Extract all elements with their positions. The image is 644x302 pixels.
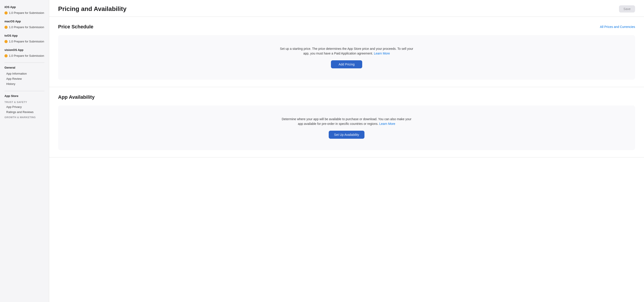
visionos-status-dot — [4, 54, 8, 58]
sidebar-link-ratings-reviews[interactable]: Ratings and Reviews — [4, 110, 45, 114]
all-prices-currencies-link[interactable]: All Prices and Currencies — [600, 25, 635, 28]
save-button[interactable]: Save — [619, 5, 635, 12]
sidebar-tvos-submission[interactable]: 1.0 Prepare for Submission — [4, 39, 45, 44]
page-title: Pricing and Availability — [58, 5, 126, 12]
sidebar-general-title: General — [4, 66, 45, 69]
sidebar-section-tvos: tvOS App 1.0 Prepare for Submission — [4, 34, 45, 44]
set-up-availability-button[interactable]: Set Up Availability — [329, 131, 364, 139]
ios-status-dot — [4, 12, 8, 14]
app-availability-learn-more[interactable]: Learn More — [379, 122, 395, 126]
visionos-submission-label: 1.0 Prepare for Submission — [9, 54, 44, 58]
main-content: Pricing and Availability Save Price Sche… — [49, 0, 644, 302]
price-schedule-learn-more[interactable]: Learn More — [374, 52, 390, 55]
sidebar-section-visionos: visionOS App 1.0 Prepare for Submission — [4, 48, 45, 58]
sidebar-section-macos: macOS App 1.0 Prepare for Submission — [4, 20, 45, 30]
sidebar-divider-2 — [4, 91, 44, 91]
app-availability-title: App Availability — [58, 94, 94, 100]
tvos-status-dot — [4, 40, 8, 43]
macos-submission-label: 1.0 Prepare for Submission — [9, 26, 44, 29]
price-schedule-body: Set up a starting price. The price deter… — [58, 35, 635, 80]
sidebar-app-store-title: App Store — [4, 94, 45, 98]
app-availability-section: App Availability Determine where your ap… — [49, 87, 644, 158]
sidebar-link-app-information[interactable]: App Information — [4, 71, 45, 76]
price-schedule-title: Price Schedule — [58, 24, 94, 30]
sidebar-visionos-title: visionOS App — [4, 48, 45, 52]
sidebar-section-ios: iOS App 1.0 Prepare for Submission — [4, 5, 45, 15]
app-availability-description: Determine where your app will be availab… — [280, 117, 414, 126]
sidebar-link-history[interactable]: History — [4, 81, 45, 86]
sidebar-ios-submission[interactable]: 1.0 Prepare for Submission — [4, 10, 45, 15]
sidebar-macos-submission[interactable]: 1.0 Prepare for Submission — [4, 25, 45, 30]
price-schedule-header: Price Schedule All Prices and Currencies — [58, 24, 635, 30]
macos-status-dot — [4, 26, 8, 29]
add-pricing-button[interactable]: Add Pricing — [331, 60, 362, 68]
app-availability-header: App Availability — [58, 94, 635, 100]
sidebar-link-app-privacy[interactable]: App Privacy — [4, 104, 45, 110]
sidebar-group-growth-marketing: GROWTH & MARKETING — [4, 114, 45, 120]
price-schedule-description: Set up a starting price. The price deter… — [280, 46, 414, 56]
sidebar-visionos-submission[interactable]: 1.0 Prepare for Submission — [4, 54, 45, 58]
sidebar-group-trust-safety: TRUST & SAFETY — [4, 100, 45, 104]
sidebar-divider-1 — [4, 62, 44, 63]
main-header: Pricing and Availability Save — [49, 0, 644, 17]
sidebar-ios-title: iOS App — [4, 5, 45, 9]
app-availability-body: Determine where your app will be availab… — [58, 106, 635, 150]
sidebar-section-app-store: App Store TRUST & SAFETY App Privacy Rat… — [4, 94, 45, 120]
tvos-submission-label: 1.0 Prepare for Submission — [9, 40, 44, 43]
sidebar-link-app-review[interactable]: App Review — [4, 76, 45, 81]
sidebar-tvos-title: tvOS App — [4, 34, 45, 37]
sidebar-macos-title: macOS App — [4, 20, 45, 23]
sidebar-section-general: General App Information App Review Histo… — [4, 66, 45, 86]
ios-submission-label: 1.0 Prepare for Submission — [9, 11, 44, 14]
price-schedule-section: Price Schedule All Prices and Currencies… — [49, 17, 644, 87]
sidebar: iOS App 1.0 Prepare for Submission macOS… — [0, 0, 49, 302]
